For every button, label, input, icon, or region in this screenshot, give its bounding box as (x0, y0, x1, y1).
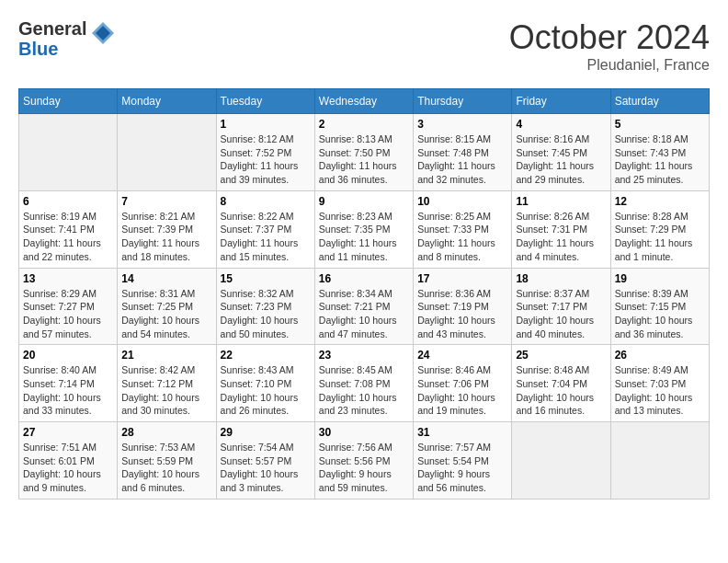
page-header: General Blue October 2024 Pleudaniel, Fr… (18, 18, 710, 74)
calendar-cell: 28Sunrise: 7:53 AM Sunset: 5:59 PM Dayli… (118, 422, 216, 500)
calendar-cell (118, 114, 216, 191)
calendar-cell: 7Sunrise: 8:21 AM Sunset: 7:39 PM Daylig… (118, 190, 216, 268)
day-info: Sunrise: 8:43 AM Sunset: 7:10 PM Dayligh… (221, 363, 311, 418)
calendar-cell: 11Sunrise: 8:26 AM Sunset: 7:31 PM Dayli… (512, 190, 610, 268)
day-info: Sunrise: 8:13 AM Sunset: 7:50 PM Dayligh… (319, 132, 409, 187)
weekday-header-row: SundayMondayTuesdayWednesdayThursdayFrid… (19, 89, 710, 114)
day-number: 15 (221, 272, 311, 285)
day-info: Sunrise: 8:15 AM Sunset: 7:48 PM Dayligh… (417, 132, 507, 187)
calendar-cell: 3Sunrise: 8:15 AM Sunset: 7:48 PM Daylig… (414, 114, 512, 191)
day-number: 7 (121, 195, 211, 208)
weekday-header-tuesday: Tuesday (216, 89, 314, 114)
day-info: Sunrise: 8:26 AM Sunset: 7:31 PM Dayligh… (516, 210, 606, 264)
calendar-week-row: 6Sunrise: 8:19 AM Sunset: 7:41 PM Daylig… (19, 190, 710, 268)
month-title: October 2024 (509, 18, 710, 57)
day-info: Sunrise: 8:22 AM Sunset: 7:37 PM Dayligh… (221, 210, 311, 264)
calendar-week-row: 13Sunrise: 8:29 AM Sunset: 7:27 PM Dayli… (19, 268, 710, 345)
calendar-week-row: 27Sunrise: 7:51 AM Sunset: 6:01 PM Dayli… (19, 422, 710, 500)
day-info: Sunrise: 8:28 AM Sunset: 7:29 PM Dayligh… (615, 210, 705, 264)
calendar-cell: 20Sunrise: 8:40 AM Sunset: 7:14 PM Dayli… (19, 345, 118, 422)
day-number: 25 (516, 349, 606, 362)
calendar-cell: 31Sunrise: 7:57 AM Sunset: 5:54 PM Dayli… (414, 422, 512, 500)
calendar-cell: 6Sunrise: 8:19 AM Sunset: 7:41 PM Daylig… (19, 190, 118, 268)
calendar-cell: 22Sunrise: 8:43 AM Sunset: 7:10 PM Dayli… (216, 345, 314, 422)
logo-text: General Blue (18, 18, 86, 59)
day-info: Sunrise: 8:48 AM Sunset: 7:04 PM Dayligh… (516, 363, 606, 418)
calendar-cell (512, 422, 610, 500)
day-info: Sunrise: 8:29 AM Sunset: 7:27 PM Dayligh… (23, 287, 113, 341)
calendar-cell: 16Sunrise: 8:34 AM Sunset: 7:21 PM Dayli… (314, 268, 413, 345)
day-number: 4 (516, 118, 606, 131)
logo-general: General (18, 18, 86, 39)
calendar-cell: 5Sunrise: 8:18 AM Sunset: 7:43 PM Daylig… (610, 114, 709, 191)
weekday-header-monday: Monday (118, 89, 216, 114)
day-number: 12 (615, 195, 705, 208)
day-info: Sunrise: 8:42 AM Sunset: 7:12 PM Dayligh… (121, 363, 211, 418)
calendar-cell (610, 422, 709, 500)
calendar-cell: 18Sunrise: 8:37 AM Sunset: 7:17 PM Dayli… (512, 268, 610, 345)
day-info: Sunrise: 8:49 AM Sunset: 7:03 PM Dayligh… (615, 363, 705, 418)
calendar-cell: 4Sunrise: 8:16 AM Sunset: 7:45 PM Daylig… (512, 114, 610, 191)
calendar-cell: 1Sunrise: 8:12 AM Sunset: 7:52 PM Daylig… (216, 114, 314, 191)
title-block: October 2024 Pleudaniel, France (509, 18, 710, 74)
calendar-cell: 14Sunrise: 8:31 AM Sunset: 7:25 PM Dayli… (118, 268, 216, 345)
calendar-cell: 9Sunrise: 8:23 AM Sunset: 7:35 PM Daylig… (314, 190, 413, 268)
day-info: Sunrise: 8:36 AM Sunset: 7:19 PM Dayligh… (417, 287, 507, 341)
day-number: 16 (319, 272, 409, 285)
day-number: 17 (417, 272, 507, 285)
calendar-cell: 13Sunrise: 8:29 AM Sunset: 7:27 PM Dayli… (19, 268, 118, 345)
calendar-cell: 2Sunrise: 8:13 AM Sunset: 7:50 PM Daylig… (314, 114, 413, 191)
calendar-cell: 30Sunrise: 7:56 AM Sunset: 5:56 PM Dayli… (314, 422, 413, 500)
day-info: Sunrise: 8:25 AM Sunset: 7:33 PM Dayligh… (417, 210, 507, 264)
day-info: Sunrise: 8:34 AM Sunset: 7:21 PM Dayligh… (319, 287, 409, 341)
calendar-cell: 10Sunrise: 8:25 AM Sunset: 7:33 PM Dayli… (414, 190, 512, 268)
calendar-cell (19, 114, 118, 191)
day-info: Sunrise: 8:12 AM Sunset: 7:52 PM Dayligh… (221, 132, 311, 187)
day-info: Sunrise: 7:51 AM Sunset: 6:01 PM Dayligh… (23, 441, 113, 495)
calendar-week-row: 1Sunrise: 8:12 AM Sunset: 7:52 PM Daylig… (19, 114, 710, 191)
location: Pleudaniel, France (509, 57, 710, 74)
day-info: Sunrise: 8:31 AM Sunset: 7:25 PM Dayligh… (121, 287, 211, 341)
logo-blue: Blue (18, 39, 86, 59)
day-info: Sunrise: 8:23 AM Sunset: 7:35 PM Dayligh… (319, 210, 409, 264)
day-number: 23 (319, 349, 409, 362)
day-info: Sunrise: 8:21 AM Sunset: 7:39 PM Dayligh… (121, 210, 211, 264)
day-number: 6 (23, 195, 113, 208)
day-number: 10 (417, 195, 507, 208)
day-info: Sunrise: 8:46 AM Sunset: 7:06 PM Dayligh… (417, 363, 507, 418)
calendar-cell: 17Sunrise: 8:36 AM Sunset: 7:19 PM Dayli… (414, 268, 512, 345)
day-number: 2 (319, 118, 409, 131)
calendar-cell: 26Sunrise: 8:49 AM Sunset: 7:03 PM Dayli… (610, 345, 709, 422)
calendar-cell: 25Sunrise: 8:48 AM Sunset: 7:04 PM Dayli… (512, 345, 610, 422)
logo: General Blue (18, 18, 116, 59)
weekday-header-sunday: Sunday (19, 89, 118, 114)
day-number: 3 (417, 118, 507, 131)
day-info: Sunrise: 8:16 AM Sunset: 7:45 PM Dayligh… (516, 132, 606, 187)
day-number: 19 (615, 272, 705, 285)
day-number: 30 (319, 426, 409, 439)
calendar-cell: 24Sunrise: 8:46 AM Sunset: 7:06 PM Dayli… (414, 345, 512, 422)
calendar-body: 1Sunrise: 8:12 AM Sunset: 7:52 PM Daylig… (19, 114, 710, 500)
day-number: 27 (23, 426, 113, 439)
day-number: 9 (319, 195, 409, 208)
day-number: 22 (221, 349, 311, 362)
day-number: 28 (121, 426, 211, 439)
weekday-header-wednesday: Wednesday (314, 89, 413, 114)
day-number: 29 (221, 426, 311, 439)
day-info: Sunrise: 8:18 AM Sunset: 7:43 PM Dayligh… (615, 132, 705, 187)
calendar-cell: 12Sunrise: 8:28 AM Sunset: 7:29 PM Dayli… (610, 190, 709, 268)
weekday-header-thursday: Thursday (414, 89, 512, 114)
day-info: Sunrise: 7:54 AM Sunset: 5:57 PM Dayligh… (221, 441, 311, 495)
day-info: Sunrise: 8:32 AM Sunset: 7:23 PM Dayligh… (221, 287, 311, 341)
day-info: Sunrise: 7:56 AM Sunset: 5:56 PM Dayligh… (319, 441, 409, 495)
calendar-week-row: 20Sunrise: 8:40 AM Sunset: 7:14 PM Dayli… (19, 345, 710, 422)
calendar-cell: 8Sunrise: 8:22 AM Sunset: 7:37 PM Daylig… (216, 190, 314, 268)
day-number: 1 (221, 118, 311, 131)
calendar-cell: 29Sunrise: 7:54 AM Sunset: 5:57 PM Dayli… (216, 422, 314, 500)
logo-icon (90, 20, 116, 46)
day-number: 8 (221, 195, 311, 208)
day-info: Sunrise: 8:19 AM Sunset: 7:41 PM Dayligh… (23, 210, 113, 264)
day-number: 11 (516, 195, 606, 208)
day-number: 26 (615, 349, 705, 362)
day-info: Sunrise: 8:45 AM Sunset: 7:08 PM Dayligh… (319, 363, 409, 418)
